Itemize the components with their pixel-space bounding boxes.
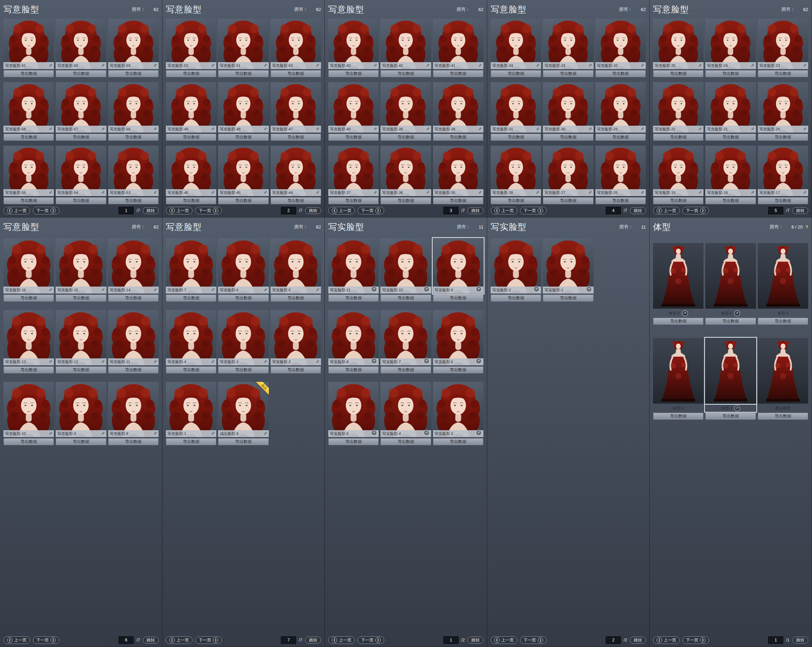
export-data-button[interactable]: 导出数据 bbox=[108, 70, 159, 77]
preset-card[interactable]: 写意脸型-21 ✎ 导出数据 bbox=[705, 82, 756, 141]
export-data-button[interactable]: 导出数据 bbox=[56, 294, 106, 302]
export-data-button[interactable]: 导出数据 bbox=[653, 318, 704, 325]
export-data-button[interactable]: 导出数据 bbox=[108, 134, 159, 141]
preset-thumbnail[interactable]: 写意脸型-48 ✎ bbox=[218, 82, 269, 132]
export-data-button[interactable]: 导出数据 bbox=[328, 134, 379, 141]
next-page-button[interactable]: 下一页 ❯ bbox=[358, 636, 384, 644]
preset-thumbnail[interactable]: 写意脸型-42 ✎ bbox=[380, 19, 431, 69]
preset-thumbnail[interactable]: 写意脸型-49 ✎ bbox=[166, 82, 216, 132]
page-number-input[interactable]: 4 bbox=[606, 207, 621, 215]
preset-thumbnail[interactable]: 写意脸型-52 ✎ bbox=[166, 19, 216, 69]
export-data-button[interactable]: 导出数据 bbox=[543, 294, 593, 302]
preset-card[interactable]: 写意脸型-27 ✎ 导出数据 bbox=[543, 146, 593, 204]
prev-page-button[interactable]: ❮ 上一页 bbox=[3, 636, 30, 644]
page-number-input[interactable]: 2 bbox=[281, 207, 296, 215]
preset-card[interactable]: 写意脸型-60 ✎ 导出数据 bbox=[56, 19, 106, 77]
export-data-button[interactable]: 导出数据 bbox=[166, 197, 216, 204]
preset-card[interactable]: 写意脸型-35 ✎ 导出数据 bbox=[433, 146, 484, 204]
preset-card[interactable]: 写实脸型-10 ✎ 导出数据 bbox=[380, 238, 431, 302]
preset-thumbnail[interactable]: 写意脸型-9 ✎ bbox=[56, 382, 106, 437]
preset-card[interactable]: 体型-3 导出数据 bbox=[653, 338, 704, 420]
preset-thumbnail[interactable]: 写意脸型-54 ✎ bbox=[56, 146, 106, 196]
preset-thumbnail[interactable]: 写意脸型-8 ✎ bbox=[108, 382, 159, 437]
next-page-button[interactable]: 下一页 ❯ bbox=[520, 207, 546, 215]
export-data-button[interactable]: 导出数据 bbox=[218, 70, 269, 77]
preset-card[interactable]: 写实脸型-9 ✎ 导出数据 bbox=[433, 238, 484, 302]
page-number-input[interactable]: 7 bbox=[281, 636, 296, 644]
export-data-button[interactable]: 导出数据 bbox=[218, 366, 269, 374]
export-data-button[interactable]: 导出数据 bbox=[3, 197, 54, 204]
export-data-button[interactable]: 导出数据 bbox=[758, 413, 808, 420]
preset-thumbnail[interactable]: 写意脸型-60 ✎ bbox=[56, 19, 106, 69]
preset-card[interactable]: 写意脸型-46 ✎ 导出数据 bbox=[166, 146, 216, 204]
preset-card[interactable]: 写意脸型-20 ✎ 导出数据 bbox=[758, 82, 808, 141]
export-data-button[interactable]: 导出数据 bbox=[166, 70, 216, 77]
jump-button[interactable]: 跳转 bbox=[467, 636, 484, 644]
page-number-input[interactable]: 1 bbox=[119, 207, 134, 215]
preset-card[interactable]: 写意脸型-29 ✎ 导出数据 bbox=[595, 82, 646, 141]
preset-thumbnail[interactable]: 成品 成品脸型-9 ✎ bbox=[218, 382, 269, 437]
export-data-button[interactable]: 导出数据 bbox=[653, 197, 704, 204]
page-number-input[interactable]: 6 bbox=[119, 636, 134, 644]
preset-card[interactable]: 写意脸型-56 ✎ 导出数据 bbox=[108, 82, 159, 141]
preset-thumbnail[interactable]: 写意脸型-14 ✎ bbox=[108, 238, 159, 294]
preset-thumbnail[interactable]: 写意脸型-37 ✎ bbox=[328, 146, 379, 196]
preset-thumbnail[interactable]: 写实脸型-10 ✎ bbox=[380, 238, 431, 294]
export-data-button[interactable]: 导出数据 bbox=[433, 294, 484, 302]
preset-card[interactable]: 写意脸型-23 ✎ 导出数据 bbox=[758, 19, 808, 77]
preset-thumbnail[interactable]: 写意脸型-44 ✎ bbox=[270, 146, 321, 196]
export-data-button[interactable]: 导出数据 bbox=[56, 134, 106, 141]
export-data-button[interactable]: 导出数据 bbox=[218, 294, 269, 302]
preset-thumbnail[interactable]: 写意脸型-15 ✎ bbox=[56, 238, 106, 294]
export-data-button[interactable]: 导出数据 bbox=[380, 197, 431, 204]
preset-card[interactable]: 写意脸型-55 ✎ 导出数据 bbox=[3, 146, 54, 204]
preset-card[interactable]: 写意脸型-31 ✎ 导出数据 bbox=[491, 82, 541, 141]
preset-card[interactable]: 默认体型 导出数据 bbox=[758, 338, 808, 420]
preset-thumbnail[interactable]: 写实脸型-4 ✎ bbox=[380, 382, 431, 437]
export-data-button[interactable]: 导出数据 bbox=[3, 366, 54, 374]
preset-thumbnail[interactable]: 写意脸型-47 ✎ bbox=[270, 82, 321, 132]
preset-card[interactable]: 写意脸型-12 ✎ 导出数据 bbox=[56, 310, 106, 374]
preset-card[interactable]: 写意脸型-59 ✎ 导出数据 bbox=[108, 19, 159, 77]
preset-thumbnail[interactable]: 写意脸型-35 ✎ bbox=[433, 146, 484, 196]
export-data-button[interactable]: 导出数据 bbox=[56, 70, 106, 77]
preset-card[interactable]: 写意脸型-43 ✎ 导出数据 bbox=[328, 19, 379, 77]
preset-card[interactable]: 体型-4 导出数据 bbox=[758, 243, 808, 325]
preset-card[interactable]: 写意脸型-30 ✎ 导出数据 bbox=[543, 82, 593, 141]
next-page-button[interactable]: 下一页 ❯ bbox=[358, 207, 384, 215]
export-data-button[interactable]: 导出数据 bbox=[433, 134, 484, 141]
preset-card[interactable]: 写意脸型-47 ✎ 导出数据 bbox=[270, 82, 321, 141]
preset-thumbnail[interactable] bbox=[705, 338, 756, 403]
preset-card[interactable]: 写意脸型-9 ✎ 导出数据 bbox=[56, 382, 106, 445]
export-data-button[interactable]: 导出数据 bbox=[705, 70, 756, 77]
preset-card[interactable]: 写实脸型-7 ✎ 导出数据 bbox=[380, 310, 431, 374]
export-data-button[interactable]: 导出数据 bbox=[56, 366, 106, 374]
export-data-button[interactable]: 导出数据 bbox=[543, 70, 593, 77]
preset-thumbnail[interactable]: 写意脸型-40 ✎ bbox=[328, 82, 379, 132]
preset-thumbnail[interactable]: 写意脸型-56 ✎ bbox=[108, 82, 159, 132]
preset-thumbnail[interactable]: 写意脸型-41 ✎ bbox=[433, 19, 484, 69]
export-data-button[interactable]: 导出数据 bbox=[270, 197, 321, 204]
jump-button[interactable]: 跳转 bbox=[143, 207, 159, 214]
preset-thumbnail[interactable] bbox=[653, 243, 704, 309]
preset-card[interactable]: 写意脸型-51 ✎ 导出数据 bbox=[218, 19, 269, 77]
jump-button[interactable]: 跳转 bbox=[792, 207, 808, 214]
export-data-button[interactable]: 导出数据 bbox=[3, 134, 54, 141]
prev-page-button[interactable]: ❮ 上一页 bbox=[328, 636, 355, 644]
export-data-button[interactable]: 导出数据 bbox=[758, 318, 808, 325]
preset-card[interactable]: 写意脸型-44 ✎ 导出数据 bbox=[270, 146, 321, 204]
export-data-button[interactable]: 导出数据 bbox=[653, 134, 704, 141]
preset-thumbnail[interactable]: 写意脸型-43 ✎ bbox=[328, 19, 379, 69]
preset-card[interactable]: 写意脸型-37 ✎ 导出数据 bbox=[328, 146, 379, 204]
next-page-button[interactable]: 下一页 ❯ bbox=[195, 636, 222, 644]
preset-card[interactable]: 写意脸型-45 ✎ 导出数据 bbox=[218, 146, 269, 204]
export-data-button[interactable]: 导出数据 bbox=[108, 294, 159, 302]
preset-card[interactable]: 写意脸型-3 ✎ 导出数据 bbox=[218, 310, 269, 374]
preset-card[interactable]: 写实脸型-5 ✎ 导出数据 bbox=[328, 382, 379, 445]
preset-thumbnail[interactable]: 写意脸型-38 ✎ bbox=[433, 82, 484, 132]
export-data-button[interactable]: 导出数据 bbox=[56, 438, 106, 445]
export-data-button[interactable]: 导出数据 bbox=[166, 438, 216, 445]
preset-card[interactable]: 写意脸型-5 ✎ 导出数据 bbox=[270, 238, 321, 302]
export-data-button[interactable]: 导出数据 bbox=[705, 197, 756, 204]
preset-card[interactable]: 写意脸型-50 ✎ 导出数据 bbox=[270, 19, 321, 77]
